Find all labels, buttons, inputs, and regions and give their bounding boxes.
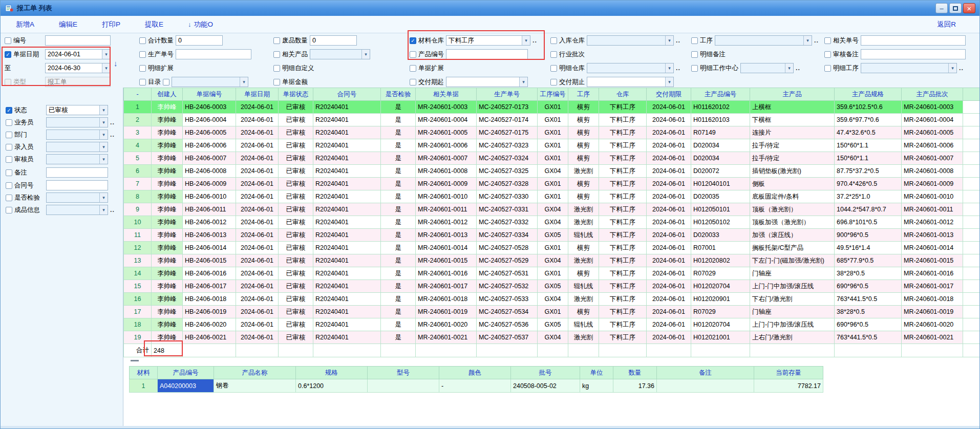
column-header[interactable]: 合同号: [313, 88, 381, 101]
cell[interactable]: D020072: [691, 165, 750, 178]
cell[interactable]: 是: [381, 178, 416, 190]
cell[interactable]: 辊轧线: [568, 280, 599, 293]
cell[interactable]: MC-240527-0324: [477, 152, 538, 165]
main-table[interactable]: -创建人单据编号单据日期单据状态合同号是否检验相关单据生产单号工序编号工序仓库交…: [123, 88, 980, 357]
cell[interactable]: MC-240527-0534: [477, 306, 538, 318]
cell[interactable]: 门轴座: [750, 306, 835, 318]
cell[interactable]: 2024-06-01: [647, 139, 691, 152]
column-header[interactable]: 仓库: [599, 88, 647, 101]
cell[interactable]: MR-240601-0020: [902, 318, 963, 331]
cell[interactable]: 2024-06-01: [236, 306, 279, 318]
side-filter-select[interactable]: ▾: [46, 117, 108, 127]
cell[interactable]: 2024-06-01: [647, 242, 691, 254]
process-select[interactable]: ▾: [715, 35, 812, 46]
cell[interactable]: 已审核: [279, 165, 313, 178]
cell[interactable]: 下料工序: [599, 318, 647, 331]
cell[interactable]: 是: [381, 139, 416, 152]
chevron-down-icon[interactable]: ▾: [519, 77, 527, 87]
column-header[interactable]: 产品名称: [214, 367, 296, 379]
cell[interactable]: MR-240601-0014: [416, 242, 477, 254]
checkbox[interactable]: [273, 37, 280, 44]
table-row[interactable]: 11李帅峰HB-2406-00132024-06-01已审核R20240401是…: [124, 229, 980, 242]
cell[interactable]: MR-240601-0004: [902, 114, 963, 126]
checkbox[interactable]: [550, 79, 557, 85]
cell[interactable]: 横剪: [568, 139, 599, 152]
checkbox[interactable]: [550, 37, 557, 44]
cell[interactable]: 2024-06-01: [236, 178, 279, 190]
product-no-input[interactable]: [446, 49, 528, 59]
cell[interactable]: 已审核: [279, 216, 313, 229]
splitter-handle[interactable]: [131, 360, 139, 361]
checkbox[interactable]: [139, 51, 146, 58]
cell[interactable]: H012050101: [691, 203, 750, 216]
cell[interactable]: HB-2406-0014: [183, 242, 236, 254]
cell[interactable]: 横剪: [568, 178, 599, 190]
cell[interactable]: 18: [124, 318, 152, 331]
cell[interactable]: 横剪: [568, 101, 599, 114]
cell[interactable]: 门轴座: [750, 267, 835, 280]
cell[interactable]: GX05: [538, 280, 568, 293]
cell[interactable]: HB-2406-0015: [183, 254, 236, 267]
column-header[interactable]: 生产单号: [477, 88, 538, 101]
catalog-select[interactable]: ▾: [172, 77, 248, 87]
more-icon[interactable]: ..: [676, 65, 680, 72]
minimize-button[interactable]: –: [935, 3, 948, 13]
cell[interactable]: R20240401: [313, 126, 381, 139]
cell[interactable]: 2024-06-01: [647, 254, 691, 267]
cell[interactable]: 是: [381, 165, 416, 178]
back-button[interactable]: 返回R: [937, 20, 956, 29]
cell[interactable]: R07029: [691, 306, 750, 318]
cell[interactable]: 2024-06-01: [236, 267, 279, 280]
checkbox[interactable]: [139, 65, 146, 72]
checkbox[interactable]: ✓: [410, 37, 416, 44]
cell[interactable]: MR-240601-0010: [416, 190, 477, 203]
cell[interactable]: H012040101: [691, 178, 750, 190]
checkbox[interactable]: [550, 51, 557, 58]
column-header[interactable]: 工序编号: [538, 88, 568, 101]
cell[interactable]: 下料工序: [599, 331, 647, 344]
cell[interactable]: 是: [381, 229, 416, 242]
cell[interactable]: MR-240601-0005: [902, 126, 963, 139]
cell[interactable]: R20240401: [313, 242, 381, 254]
cell[interactable]: 38*28*0.5: [835, 267, 902, 280]
column-header[interactable]: 当前存量: [754, 367, 823, 379]
cell[interactable]: R20240401: [313, 267, 381, 280]
cell[interactable]: 侧板: [750, 178, 835, 190]
cell[interactable]: MR-240601-0009: [902, 178, 963, 190]
chevron-down-icon[interactable]: ▾: [522, 36, 530, 45]
checkbox[interactable]: [139, 79, 146, 85]
chevron-down-icon[interactable]: ▾: [665, 77, 673, 87]
cell[interactable]: R20240401: [313, 306, 381, 318]
side-filter-select[interactable]: ▾: [46, 142, 108, 152]
table-row[interactable]: 8李帅峰HB-2406-00102024-06-01已审核R20240401是M…: [124, 190, 980, 203]
cell[interactable]: GX01: [538, 190, 568, 203]
scrap-qty-input[interactable]: 0: [310, 35, 357, 46]
cell[interactable]: 12: [124, 242, 152, 254]
cell[interactable]: 连接片: [750, 126, 835, 139]
cell[interactable]: MR-240601-0018: [416, 293, 477, 306]
cell[interactable]: 下料工序: [599, 280, 647, 293]
cell[interactable]: 是: [381, 267, 416, 280]
cell[interactable]: 2024-06-01: [647, 178, 691, 190]
cell[interactable]: 下左门-门(磁加强/激光割): [750, 254, 835, 267]
cell[interactable]: 2024-06-01: [236, 293, 279, 306]
cell[interactable]: 3: [124, 126, 152, 139]
column-header[interactable]: 主产品批次: [902, 88, 963, 101]
side-filter-select[interactable]: ▾: [46, 205, 108, 215]
cell[interactable]: 顶板（激光割）: [750, 203, 835, 216]
cell[interactable]: 横剪: [568, 114, 599, 126]
cell[interactable]: 1: [124, 101, 152, 114]
cell[interactable]: 10: [124, 216, 152, 229]
column-header[interactable]: 相关单据: [416, 88, 477, 101]
cell[interactable]: H012050102: [691, 216, 750, 229]
close-button[interactable]: ×: [963, 3, 975, 13]
cell[interactable]: R07029: [691, 267, 750, 280]
cell[interactable]: 已审核: [279, 114, 313, 126]
more-icon[interactable]: ..: [676, 37, 680, 44]
detail-workcenter-select[interactable]: ▾: [740, 63, 794, 73]
table-row[interactable]: 6李帅峰HB-2406-00082024-06-01已审核R20240401是M…: [124, 165, 980, 178]
cell[interactable]: 16: [124, 293, 152, 306]
cell[interactable]: 4: [124, 139, 152, 152]
production-no-input[interactable]: [176, 49, 251, 59]
cell[interactable]: GX04: [538, 216, 568, 229]
